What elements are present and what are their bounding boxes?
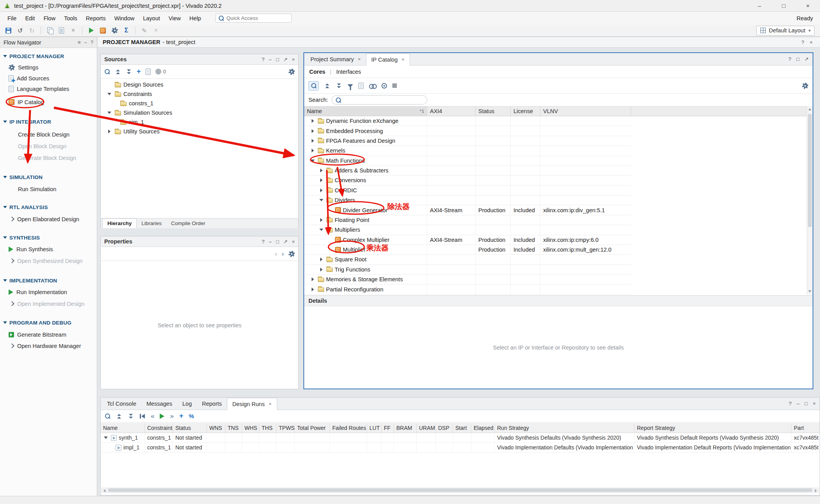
menu-edit[interactable]: Edit: [21, 12, 39, 25]
save-button[interactable]: [3, 26, 14, 35]
collapse-all-icon[interactable]: [324, 83, 330, 89]
column-header[interactable]: WHS: [242, 423, 259, 433]
quick-access-search[interactable]: [216, 14, 292, 23]
maximize-icon[interactable]: □: [805, 401, 808, 406]
ip-row-embedded-processing[interactable]: Embedded Processing: [304, 126, 631, 136]
tab-compile-order[interactable]: Compile Order: [166, 218, 210, 228]
redo-button[interactable]: ↻: [27, 26, 37, 35]
percent-icon[interactable]: %: [189, 413, 194, 419]
fast-forward-icon[interactable]: »: [170, 412, 173, 420]
ip-row-math-functions[interactable]: Math Functions: [304, 156, 631, 166]
horizontal-scrollbar[interactable]: [102, 488, 819, 493]
tab-tcl-console[interactable]: Tcl Console: [102, 398, 141, 410]
ip-row-adders-subtracters[interactable]: Adders & Subtracters: [304, 166, 631, 176]
ip-row-cordic[interactable]: CORDIC: [304, 186, 631, 195]
chevron-right-icon[interactable]: [318, 266, 324, 273]
column-header-license[interactable]: License: [511, 106, 540, 116]
column-header[interactable]: TNS: [225, 423, 242, 433]
float-icon[interactable]: ↗: [804, 56, 809, 62]
column-header[interactable]: Name: [101, 423, 145, 433]
help-icon[interactable]: ?: [789, 401, 791, 406]
column-header[interactable]: Total Power: [295, 423, 330, 433]
column-header[interactable]: BRAM: [394, 423, 417, 433]
forward-icon[interactable]: ›: [282, 250, 284, 258]
column-header[interactable]: DSP: [436, 423, 453, 433]
run-icon[interactable]: [160, 413, 164, 419]
menu-help[interactable]: Help: [185, 12, 205, 25]
column-header[interactable]: Part: [791, 423, 820, 433]
chevron-down-icon[interactable]: [310, 158, 316, 164]
menu-view[interactable]: View: [164, 12, 185, 25]
layout-selector[interactable]: Default Layout ▾: [756, 26, 815, 35]
help-icon[interactable]: ?: [262, 57, 264, 62]
table-row-synth-1[interactable]: synth_1 constrs_1 Not started Vivado Syn…: [101, 433, 820, 443]
minimize-icon[interactable]: –: [797, 401, 799, 406]
run-button[interactable]: [86, 26, 96, 35]
column-header[interactable]: Run Strategy: [495, 423, 635, 433]
chevron-right-icon[interactable]: [318, 217, 324, 223]
subtab-cores[interactable]: Cores: [309, 69, 325, 75]
minimize-icon[interactable]: –: [269, 239, 271, 245]
sidebar-item-ip-catalog[interactable]: IP Catalog: [0, 97, 97, 107]
gear-icon[interactable]: [289, 69, 295, 75]
flow-nav-section-project-manager[interactable]: PROJECT MANAGER: [0, 51, 97, 61]
ip-row-multipliers[interactable]: Multipliers: [304, 225, 631, 235]
scroll-up-arrow[interactable]: [808, 108, 811, 110]
chevron-right-icon[interactable]: [106, 128, 112, 135]
filter-badge-icon[interactable]: [155, 69, 161, 75]
target-icon[interactable]: [381, 83, 387, 89]
flow-nav-section-implementation[interactable]: IMPLEMENTATION: [0, 275, 97, 286]
maximize-icon[interactable]: □: [276, 239, 279, 245]
column-header[interactable]: FF: [381, 423, 394, 433]
column-header[interactable]: WNS: [207, 423, 225, 433]
sidebar-item-run-simulation[interactable]: Run Simulation: [0, 184, 97, 194]
column-header[interactable]: Constraints: [145, 423, 173, 433]
expand-all-icon[interactable]: [128, 413, 134, 419]
maximize-icon[interactable]: □: [276, 57, 279, 62]
minimize-icon[interactable]: –: [269, 57, 271, 62]
tab-log[interactable]: Log: [177, 398, 197, 410]
chevron-right-icon[interactable]: [318, 167, 324, 174]
column-header[interactable]: Status: [173, 423, 207, 433]
close-icon[interactable]: ×: [809, 39, 813, 45]
quick-access-input[interactable]: [226, 15, 289, 21]
tree-item-constrs-1[interactable]: constrs_1: [101, 99, 298, 108]
ip-row-partial-reconfiguration[interactable]: Partial Reconfiguration: [304, 284, 631, 294]
menu-window[interactable]: Window: [110, 12, 139, 25]
properties-icon[interactable]: [358, 83, 364, 89]
sidebar-item-open-elaborated-design[interactable]: Open Elaborated Design: [0, 214, 97, 224]
column-header[interactable]: URAM: [417, 423, 436, 433]
sidebar-item-add-sources[interactable]: Add Sources: [0, 73, 97, 83]
gear-icon[interactable]: [289, 251, 295, 257]
ip-row-trig-functions[interactable]: Trig Functions: [304, 265, 631, 275]
chevron-right-icon[interactable]: [310, 276, 316, 282]
tree-item-simulation-sources[interactable]: Simulation Sources: [101, 108, 298, 117]
tab-reports[interactable]: Reports: [197, 398, 227, 410]
ip-catalog-search-input[interactable]: [344, 97, 423, 103]
chevron-right-icon[interactable]: [310, 128, 316, 134]
column-header[interactable]: TPWS: [276, 423, 295, 433]
program-device-button[interactable]: [98, 26, 108, 35]
menu-reports[interactable]: Reports: [82, 12, 110, 25]
sidebar-item-create-block-design[interactable]: Create Block Design: [0, 129, 97, 140]
tab-messages[interactable]: Messages: [141, 398, 177, 410]
vertical-scrollbar[interactable]: [807, 106, 813, 295]
expand-all-icon[interactable]: [336, 83, 342, 89]
collapse-all-icon[interactable]: [115, 69, 121, 75]
column-header[interactable]: LUT: [367, 423, 381, 433]
menu-layout[interactable]: Layout: [139, 12, 164, 25]
help-icon[interactable]: ?: [788, 56, 791, 62]
maximize-button[interactable]: □: [772, 0, 796, 11]
chevron-right-icon[interactable]: [310, 138, 316, 144]
sidebar-item-run-synthesis[interactable]: Run Synthesis: [0, 244, 97, 254]
maximize-icon[interactable]: □: [796, 56, 799, 62]
column-header-name[interactable]: Name^1: [304, 106, 427, 116]
ip-catalog-search-box[interactable]: [332, 95, 427, 105]
tab-hierarchy[interactable]: Hierarchy: [102, 218, 137, 228]
menu-icon[interactable]: ≡: [78, 39, 81, 45]
chevron-down-icon[interactable]: [318, 227, 324, 233]
add-icon[interactable]: +: [179, 412, 184, 420]
chevron-right-icon[interactable]: [310, 147, 316, 154]
ip-row-kernels[interactable]: Kernels: [304, 146, 631, 156]
tab-design-runs[interactable]: Design Runs×: [227, 398, 277, 410]
